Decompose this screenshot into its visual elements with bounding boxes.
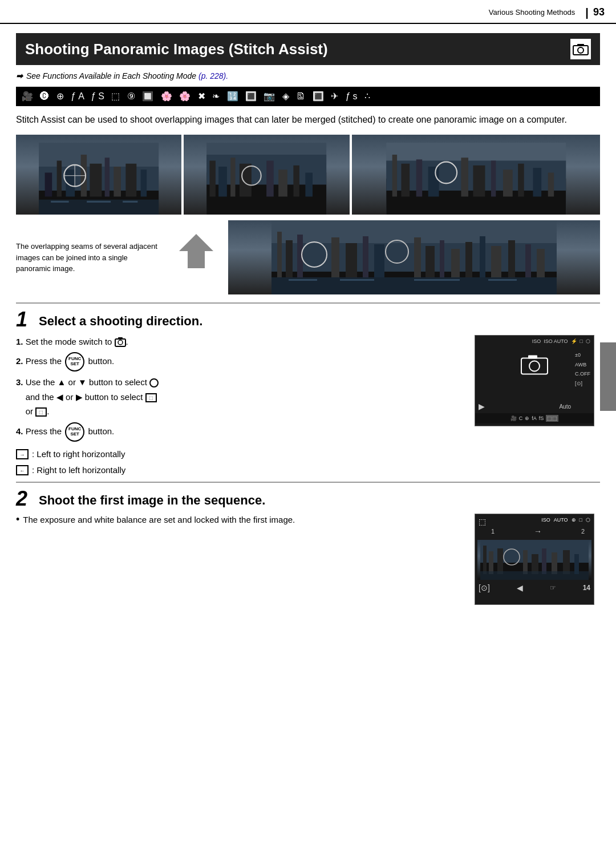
- svg-rect-62: [414, 237, 421, 277]
- seq-arrow: →: [495, 526, 581, 538]
- coff-icon: C.OFF: [575, 370, 590, 378]
- screen-top-bar: ISO ISO AUTO ⚡ □ ⬡: [475, 336, 594, 348]
- svg-rect-2: [577, 44, 584, 46]
- flash-icon: ⚡: [571, 338, 577, 345]
- svg-rect-66: [465, 242, 472, 277]
- cam2-iso: ISO: [541, 516, 550, 524]
- svg-rect-85: [483, 546, 487, 574]
- awb-icon: AWB: [575, 361, 590, 369]
- camera-small-icon: [115, 337, 126, 348]
- or-text-2: or: [66, 392, 73, 402]
- see-functions-text: See Functions Available in Each Shooting…: [26, 71, 228, 82]
- direction-labels: → : Left to right horizontally ← : Right…: [16, 447, 465, 477]
- page-header: Various Shooting Methods | 93: [0, 0, 616, 24]
- instruction-3: 3. Use the ▲ or ▼ button to select and t…: [16, 375, 465, 419]
- svg-rect-76: [488, 279, 517, 281]
- svg-rect-44: [491, 161, 496, 197]
- svg-rect-38: [401, 164, 410, 197]
- arrow-icon: ➡: [16, 71, 23, 82]
- svg-rect-79: [118, 337, 123, 339]
- merge-caption: The overlapping seams of several adjacen…: [16, 241, 164, 274]
- svg-rect-27: [230, 158, 235, 197]
- cam2-hand-icon: ☞: [550, 583, 556, 593]
- see-functions-link[interactable]: (p. 228).: [198, 71, 228, 80]
- svg-rect-69: [508, 240, 515, 277]
- svg-rect-12: [114, 167, 121, 197]
- cam2-frame-number: 14: [583, 583, 590, 593]
- stabilize-icon: □: [580, 338, 583, 345]
- page-title: Shooting Panoramic Images (Stitch Assist…: [25, 39, 570, 59]
- svg-rect-45: [503, 170, 513, 197]
- svg-rect-87: [497, 548, 503, 574]
- cam-mode-1: 🎥: [510, 415, 517, 422]
- func-set-button-icon: FUNCSET: [65, 352, 84, 372]
- header-title: Various Shooting Methods: [489, 7, 576, 18]
- or-text-3: or: [26, 406, 33, 416]
- see-functions-line: ➡ See Functions Available in Each Shooti…: [16, 71, 600, 82]
- step-2-bullet: • The exposure and white balance are set…: [16, 514, 465, 527]
- svg-point-78: [118, 340, 123, 345]
- svg-rect-25: [210, 161, 216, 197]
- svg-rect-32: [294, 165, 300, 197]
- svg-rect-70: [525, 244, 531, 277]
- svg-rect-6: [45, 173, 52, 197]
- svg-rect-7: [57, 161, 62, 197]
- step-2-bullet-text: The exposure and white balance are set a…: [23, 514, 295, 527]
- svg-rect-48: [548, 173, 554, 197]
- svg-rect-31: [278, 170, 287, 197]
- svg-rect-90: [532, 554, 538, 574]
- svg-rect-37: [392, 155, 396, 197]
- svg-rect-64: [440, 240, 444, 277]
- func-set-button-icon-2: FUNCSET: [65, 422, 84, 442]
- cam2-sequence-row: 1 → 2: [475, 526, 594, 539]
- camera-screen-2: ⬚ ISO AUTO ⊕ □ ⬡ 1 → 2: [475, 514, 594, 605]
- step-1-title: Select a shooting direction.: [39, 309, 202, 330]
- screen-bottom-bar: 🎥 C ⊕ fA fS ⬚⬚: [475, 413, 594, 424]
- icon-bar: 🎥 🅒 ⊕ ƒA ƒS ⬚ ⑨ 🔲 🌸 🌸 ✖ ❧ 🔢 🔳 📷 ◈ 🖻 🔳 ✈ …: [16, 87, 600, 106]
- svg-rect-71: [537, 249, 545, 277]
- step-2-title: Shoot the first image in the sequence.: [39, 488, 265, 510]
- step-2-instructions: • The exposure and white balance are set…: [16, 514, 465, 605]
- header-divider: |: [585, 5, 589, 21]
- bullet-symbol: •: [16, 514, 19, 527]
- direction-ltr: → : Left to right horizontally: [16, 447, 465, 461]
- cam-mode-highlighted: ⬚⬚: [546, 415, 558, 422]
- svg-point-1: [578, 47, 583, 53]
- merge-arrow-icon: [173, 231, 219, 285]
- cam-mode-3: ⊕: [525, 415, 529, 422]
- svg-rect-75: [414, 279, 460, 281]
- cam2-lock: ⬡: [586, 516, 590, 524]
- svg-point-81: [529, 361, 540, 371]
- cam2-rect: □: [579, 516, 582, 524]
- svg-rect-43: [473, 165, 485, 197]
- svg-rect-42: [461, 158, 468, 197]
- step-2-content: • The exposure and white balance are set…: [16, 514, 600, 605]
- svg-rect-67: [480, 236, 485, 277]
- svg-rect-86: [489, 551, 493, 574]
- direction-rtl-text: : Right to left horizontally: [32, 463, 125, 477]
- auto-label: Auto: [559, 403, 571, 411]
- svg-rect-40: [428, 167, 439, 197]
- svg-rect-91: [542, 548, 546, 574]
- step-2-screen: ⬚ ISO AUTO ⊕ □ ⬡ 1 → 2: [475, 514, 600, 605]
- description-text: Stitch Assist can be used to shoot overl…: [16, 113, 600, 127]
- svg-rect-68: [491, 246, 501, 277]
- svg-rect-39: [416, 160, 422, 197]
- camera-icon-box: [570, 39, 591, 59]
- instruction-4: 4. Press the FUNCSET button.: [16, 422, 465, 442]
- panoramic-images-row: [16, 135, 600, 215]
- svg-rect-94: [574, 554, 579, 574]
- cam-mode-2: C: [519, 415, 523, 422]
- svg-rect-59: [363, 236, 368, 277]
- icon-bar-icons: 🎥 🅒 ⊕ ƒA ƒS ⬚ ⑨ 🔲 🌸 🌸 ✖ ❧ 🔢 🔳 📷 ◈ 🖻 🔳 ✈ …: [22, 90, 372, 103]
- svg-rect-46: [518, 164, 524, 197]
- svg-rect-19: [51, 201, 69, 203]
- ev-icon: ±0: [575, 352, 590, 359]
- camera-icon: [573, 41, 589, 57]
- step-1-content: 1. Set the mode switch to . 2. Press the…: [16, 335, 600, 479]
- main-content: Shooting Panoramic Images (Stitch Assist…: [0, 24, 616, 614]
- merge-row: The overlapping seams of several adjacen…: [16, 220, 600, 294]
- svg-rect-89: [523, 550, 528, 574]
- svg-rect-11: [105, 158, 110, 197]
- focus-icon: ⬡: [586, 338, 590, 345]
